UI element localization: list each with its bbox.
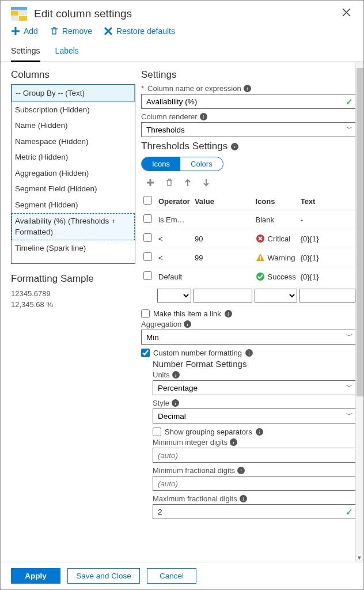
table-row[interactable]: is Em… Blank - <box>141 210 357 229</box>
units-select[interactable]: Percentage <box>153 380 357 395</box>
list-item[interactable]: Namespace (Hidden) <box>12 134 135 150</box>
x-icon <box>104 27 113 36</box>
column-renderer-select[interactable]: Thresholds <box>141 122 357 137</box>
dialog-footer: Apply Save and Close Cancel <box>1 562 363 589</box>
select-all-checkbox[interactable] <box>143 196 152 205</box>
row-checkbox[interactable] <box>143 214 152 223</box>
settings-heading: Settings <box>141 69 357 81</box>
list-item[interactable]: Aggregation (Hidden) <box>12 165 135 181</box>
make-link-label: Make this item a link <box>153 309 221 318</box>
thresholds-table: Operator Value Icons Text is Em… Blank - <box>141 192 357 305</box>
svg-rect-0 <box>11 7 27 10</box>
add-button[interactable]: Add <box>11 27 38 36</box>
min-int-label: Minimum integer digits i <box>153 438 357 447</box>
row-checkbox[interactable] <box>143 233 152 242</box>
pill-colors[interactable]: Colors <box>180 157 223 171</box>
info-icon: i <box>172 371 180 379</box>
units-label: Units i <box>153 370 357 379</box>
tab-settings[interactable]: Settings <box>11 43 40 62</box>
list-item[interactable]: Subscription (Hidden) <box>12 102 135 118</box>
svg-point-8 <box>256 273 264 281</box>
min-int-input[interactable] <box>153 448 357 463</box>
custom-format-checkbox[interactable] <box>141 349 150 357</box>
threshold-add-button[interactable] <box>146 178 155 190</box>
list-item[interactable]: Availability (%) (Thresholds + Formatted… <box>12 213 135 240</box>
pill-icons[interactable]: Icons <box>142 157 180 171</box>
plus-icon <box>11 27 20 36</box>
min-frac-input[interactable] <box>153 476 357 491</box>
table-row[interactable]: Default Success {0}{1} <box>141 267 357 286</box>
thresholds-mode-toggle[interactable]: Icons Colors <box>141 157 223 171</box>
table-icon <box>11 7 27 21</box>
custom-format-label: Custom number formatting <box>153 349 242 357</box>
threshold-delete-button[interactable] <box>165 178 173 190</box>
filter-text[interactable] <box>299 289 355 302</box>
row-checkbox[interactable] <box>143 252 152 261</box>
thresholds-heading: Thresholds Settings i <box>141 141 357 152</box>
info-icon: i <box>244 85 251 92</box>
tab-bar: Settings Labels <box>1 43 363 62</box>
remove-button[interactable]: Remove <box>50 27 92 36</box>
scroll-down-arrow[interactable]: ▼ <box>356 555 363 561</box>
table-row[interactable]: <99 Warning {0}{1} <box>141 248 357 267</box>
filter-operator[interactable] <box>157 289 191 302</box>
list-item[interactable]: Timeline (Spark line) <box>12 240 135 256</box>
svg-rect-7 <box>260 259 261 260</box>
info-icon: i <box>231 143 238 150</box>
check-icon: ✓ <box>346 507 353 517</box>
row-checkbox[interactable] <box>143 271 152 280</box>
filter-value[interactable] <box>194 289 252 302</box>
apply-button[interactable]: Apply <box>11 568 60 584</box>
threshold-up-button[interactable] <box>184 178 192 190</box>
warning-icon <box>256 253 265 262</box>
info-icon: i <box>245 349 253 357</box>
svg-rect-2 <box>19 11 27 16</box>
columns-list[interactable]: -- Group By -- (Text) Subscription (Hidd… <box>11 84 135 264</box>
list-item[interactable]: Segment Field (Hidden) <box>12 181 135 197</box>
sample-raw: 12345.6789 <box>11 288 135 299</box>
info-icon: i <box>172 399 179 407</box>
success-icon <box>256 272 265 281</box>
threshold-down-button[interactable] <box>202 178 210 190</box>
aggregation-label: Aggregation i <box>141 320 357 328</box>
close-button[interactable] <box>339 6 354 21</box>
list-item[interactable]: Segment (Hidden) <box>12 197 135 213</box>
grouping-label: Show grouping separators <box>165 428 252 436</box>
info-icon: i <box>240 495 247 502</box>
grouping-checkbox[interactable] <box>153 428 161 436</box>
info-icon: i <box>184 320 191 328</box>
renderer-label: Column renderer i <box>141 112 357 121</box>
vertical-scrollbar[interactable]: ▼ <box>355 62 363 562</box>
info-icon: i <box>256 428 263 436</box>
columns-heading: Columns <box>11 69 135 81</box>
table-row[interactable]: <90 Critical {0}{1} <box>141 229 357 248</box>
dialog-header: Edit column settings <box>1 1 363 24</box>
critical-icon <box>256 234 265 243</box>
make-link-checkbox[interactable] <box>141 309 150 318</box>
sample-formatted: 12,345.68 % <box>11 299 135 310</box>
trash-icon <box>50 27 59 36</box>
column-name-input[interactable] <box>141 94 357 109</box>
list-item[interactable]: Name (Hidden) <box>12 118 135 134</box>
list-item[interactable]: -- Group By -- (Text) <box>12 85 135 102</box>
save-close-button[interactable]: Save and Close <box>67 568 140 584</box>
threshold-toolbar <box>141 175 357 192</box>
filter-icon[interactable] <box>255 289 297 302</box>
aggregation-select[interactable]: Min <box>141 330 357 345</box>
tab-labels[interactable]: Labels <box>55 43 79 62</box>
cancel-button[interactable]: Cancel <box>147 568 196 584</box>
info-icon: i <box>237 467 245 474</box>
scrollbar-thumb[interactable] <box>357 68 363 396</box>
max-frac-input[interactable] <box>153 504 357 519</box>
check-icon: ✓ <box>346 97 353 107</box>
info-icon: i <box>225 310 232 317</box>
min-frac-label: Minimum fractional digits i <box>153 466 357 475</box>
restore-defaults-button[interactable]: Restore defaults <box>104 27 175 36</box>
style-select[interactable]: Decimal <box>153 409 357 423</box>
formatting-sample-heading: Formatting Sample <box>11 273 135 285</box>
list-item[interactable]: Metric (Hidden) <box>12 149 135 165</box>
colname-label: *Column name or expression i <box>141 84 357 93</box>
style-label: Style i <box>153 399 357 407</box>
filter-row <box>141 286 357 305</box>
svg-rect-1 <box>11 11 18 16</box>
